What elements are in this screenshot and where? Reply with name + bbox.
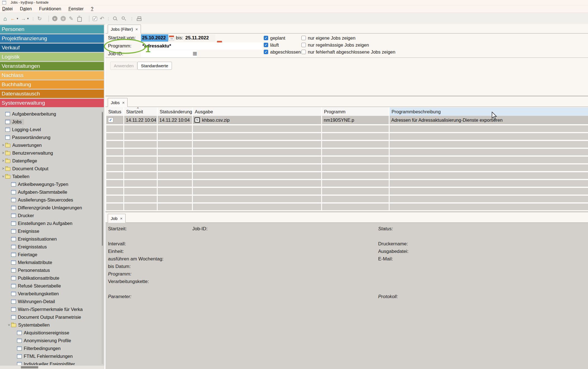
print-icon[interactable] <box>137 16 141 21</box>
chevron-expanded-icon[interactable]: > <box>1 174 5 178</box>
forward-icon[interactable]: → <box>21 16 26 22</box>
tree-item-w-hrungen-detail[interactable]: Währungen-Detail <box>0 298 101 305</box>
table-row-empty[interactable] <box>106 203 588 210</box>
tree-item-anonymisierung-profile[interactable]: Anonymisierung Profile <box>0 337 101 344</box>
column-header-startzeit[interactable]: Startzeit^ <box>124 107 157 116</box>
column-header-ausgabe[interactable]: Ausgabe <box>193 107 321 116</box>
close-icon[interactable]: × <box>122 100 125 105</box>
column-header-status[interactable]: Status <box>106 107 123 116</box>
tree-item-benutzerverwaltung[interactable]: >Benutzerverwaltung <box>0 149 101 157</box>
tree-item-auslieferungs-steuercodes[interactable]: Auslieferungs-Steuercodes <box>0 196 101 204</box>
checkbox-abgeschlossen[interactable]: ✓abgeschlossen <box>264 49 301 55</box>
tree-item-artikelbewegungs-typen[interactable]: Artikelbewegungs-Typen <box>0 180 101 188</box>
table-row-empty[interactable] <box>106 172 588 179</box>
search-secondary-icon[interactable] <box>121 16 126 21</box>
tree-item-publikationsattribute[interactable]: Publikationsattribute <box>0 274 101 282</box>
tree-item-feiertage[interactable]: Feiertage <box>0 251 101 258</box>
back-dropdown-icon[interactable]: ▾ <box>17 17 18 20</box>
forward-dropdown-icon[interactable]: ▾ <box>27 17 29 20</box>
tree-item-aufgabenbearbeitung[interactable]: Aufgabenbearbeitung <box>0 110 101 118</box>
status-checked-icon[interactable]: ✓ <box>108 118 113 123</box>
startzeit-von-field[interactable]: 25.10.2022 <box>141 34 168 42</box>
tree-item-ereignisse[interactable]: Ereignisse <box>0 227 101 235</box>
anwenden-button[interactable]: Anwenden <box>110 62 137 70</box>
tree-item-ereignissituationen[interactable]: Ereignissituationen <box>0 235 101 243</box>
tree-hscrollbar-thumb[interactable] <box>21 366 38 368</box>
column-header-programmbeschreibung[interactable]: Programmbeschreibung <box>390 107 588 116</box>
table-row-empty[interactable] <box>106 188 588 195</box>
search-icon[interactable] <box>113 16 117 21</box>
tab-jobs[interactable]: Jobs × <box>108 98 128 107</box>
sidebar-band-nachlass[interactable]: Nachlass <box>0 71 104 80</box>
chevron-collapsed-icon[interactable]: > <box>1 143 5 147</box>
tab-job[interactable]: Job × <box>108 214 126 223</box>
tree-item-logging-level[interactable]: Logging-Level <box>0 126 101 133</box>
table-row[interactable]: ✓14.11.22 10:0414.11.22 10:047zkhbao.csv… <box>106 116 588 124</box>
chevron-collapsed-icon[interactable]: > <box>1 167 5 171</box>
table-row-empty[interactable] <box>106 180 588 187</box>
tree-item-document-output-parametrisie[interactable]: Document Output Parametrisie <box>0 313 101 321</box>
add-icon[interactable]: + <box>52 16 57 21</box>
tree-item-einstellungen-zu-aufgaben[interactable]: Einstellungen zu Aufgaben <box>0 219 101 227</box>
edit-icon[interactable]: ✎ <box>69 15 73 22</box>
tree-item-systemtabellen[interactable]: >Systemtabellen <box>0 321 101 329</box>
tree-scrollbar-thumb[interactable] <box>102 112 103 246</box>
table-row-empty[interactable] <box>106 157 588 163</box>
tree-item-differenzgr-nde-umlagerungen[interactable]: Differenzgründe Umlagerungen <box>0 204 101 212</box>
calendar-icon[interactable]: 15 <box>169 35 174 41</box>
checkbox-nur-fehlerhaft-abgeschlossene-jobs-zeigen[interactable]: nur fehlerhaft abgeschlossene Jobs zeige… <box>301 49 395 55</box>
chevron-expanded-icon[interactable]: > <box>7 323 11 327</box>
table-row-empty[interactable] <box>106 196 588 202</box>
table-row-empty[interactable] <box>106 133 588 140</box>
menu-fenster[interactable]: Fenster <box>65 6 87 11</box>
sidebar-band-logistik[interactable]: Logistik <box>0 53 104 61</box>
column-header-programm[interactable]: Programm <box>322 107 389 116</box>
tree-item-ereignisstatus[interactable]: Ereignisstatus <box>0 243 101 251</box>
checkbox-l-uft[interactable]: ✓läuft <box>264 42 301 48</box>
tree-item-ftml-fehlermeldungen[interactable]: FTML Fehlermeldungen <box>0 352 101 360</box>
column-header-status-nderung[interactable]: Statusänderung <box>158 107 192 116</box>
tree-item-aufgaben-stammtabelle[interactable]: Aufgaben-Stammtabelle <box>0 188 101 196</box>
chevron-collapsed-icon[interactable]: > <box>1 159 5 163</box>
sidebar-band-systemverwaltung[interactable]: Systemverwaltung <box>0 99 104 107</box>
tree-item-warn-sperrmerkmale-f-r-verka[interactable]: Warn-/Sperrmerkmale für Verka <box>0 305 101 313</box>
checkbox-geplant[interactable]: ✓geplant <box>264 35 301 41</box>
menu-help[interactable]: ? <box>87 6 97 11</box>
tree-item-merkmalattribute[interactable]: Merkmalattribute <box>0 258 101 266</box>
tree-item-auswertungen[interactable]: >Auswertungen <box>0 141 101 149</box>
tree-item-filterbedingungen[interactable]: Filterbedingungen <box>0 344 101 352</box>
tree-item-akquisitionsereignisse[interactable]: Akquisitionsereignisse <box>0 329 101 337</box>
refresh-icon[interactable]: ↻ <box>37 15 42 22</box>
back-icon[interactable]: ← <box>10 16 16 22</box>
menu-funktionen[interactable]: Funktionen <box>35 6 65 11</box>
chevron-collapsed-icon[interactable]: > <box>1 151 5 155</box>
close-icon[interactable]: × <box>135 27 138 32</box>
tree-horizontal-scrollbar[interactable] <box>0 366 104 369</box>
tree-item-verarbeitungsketten[interactable]: Verarbeitungsketten <box>0 290 101 298</box>
startzeit-bis-field[interactable]: 25.11.2022 <box>184 34 215 42</box>
tree-item-tabellen[interactable]: >Tabellen <box>0 172 101 180</box>
tree-item-datenpflege[interactable]: >Datenpflege <box>0 157 101 165</box>
sidebar-band-verkauf[interactable]: Verkauf <box>0 44 104 52</box>
tree-item-jobs[interactable]: Jobs <box>0 118 101 126</box>
sidebar-band-veranstaltungen[interactable]: Veranstaltungen <box>0 62 104 70</box>
sidebar-band-projektfinanzierung[interactable]: Projektfinanzierung <box>0 34 104 43</box>
tree-item-refus-steuertabelle[interactable]: Refusé Steuertabelle <box>0 282 101 290</box>
table-row-empty[interactable] <box>106 125 588 132</box>
table-row-empty[interactable] <box>106 164 588 171</box>
add-copy-icon[interactable]: + <box>61 16 66 21</box>
menu-daten[interactable]: Daten <box>16 6 35 11</box>
tree-item-individueller-ereignisfilter[interactable]: Individueller Ereignisfilter <box>0 360 101 365</box>
tree-item-document-output[interactable]: >Document Output <box>0 165 101 172</box>
tab-jobs-filter[interactable]: Jobs (Filter) × <box>108 25 141 33</box>
close-icon[interactable]: × <box>120 216 123 221</box>
menu-datei[interactable]: Datei <box>0 6 16 11</box>
checkbox-nur-eigene-jobs-zeigen[interactable]: nur eigene Jobs zeigen <box>301 35 395 41</box>
tree-item-passwort-nderung[interactable]: Passwortänderung <box>0 133 101 141</box>
sidebar-band-personen[interactable]: Personen <box>0 25 104 33</box>
delete-icon[interactable] <box>77 17 82 22</box>
table-row-empty[interactable] <box>106 141 588 148</box>
table-row-empty[interactable] <box>106 149 588 155</box>
tree-item-drucker[interactable]: Drucker <box>0 212 101 219</box>
sidebar-band-datenaustausch[interactable]: Datenaustausch <box>0 90 104 98</box>
